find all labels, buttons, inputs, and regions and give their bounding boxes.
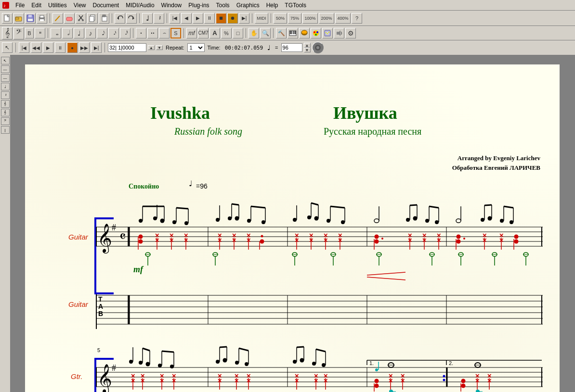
- new-button[interactable]: [2, 13, 13, 24]
- frame-button[interactable]: □: [233, 28, 243, 38]
- paste-button[interactable]: [99, 13, 109, 24]
- zoom-custom-button[interactable]: ?: [352, 13, 362, 24]
- treble-clef-button[interactable]: 𝄞: [2, 27, 13, 39]
- sidebar-tool-6[interactable]: 𝄞: [1, 100, 10, 108]
- transport-rewind-button[interactable]: ◀◀: [31, 42, 41, 53]
- sidebar-tool-8[interactable]: 𝄢: [1, 117, 10, 125]
- menu-view[interactable]: View: [71, 1, 89, 10]
- svg-point-269: [129, 360, 133, 364]
- open-button[interactable]: [13, 13, 24, 24]
- play-end-button[interactable]: ▶|: [239, 13, 249, 24]
- note-input-button[interactable]: ♩: [142, 13, 153, 24]
- double-dot-button[interactable]: ··: [147, 28, 158, 38]
- menu-tools[interactable]: Tools: [213, 1, 233, 10]
- text-button[interactable]: A: [209, 28, 220, 38]
- sidebar-tool-7[interactable]: 𝄞: [1, 109, 10, 116]
- separator-13: [105, 43, 105, 52]
- menu-file[interactable]: File: [13, 1, 27, 10]
- midi-button[interactable]: MIDI: [255, 13, 268, 24]
- zoom-200-button[interactable]: 200%: [319, 13, 334, 24]
- piano-button[interactable]: [288, 28, 298, 38]
- save-button[interactable]: [25, 13, 36, 24]
- settings-button[interactable]: ⚙: [345, 28, 356, 38]
- cut-button[interactable]: [76, 13, 86, 24]
- tie-button[interactable]: ⌢: [159, 28, 170, 38]
- transport-play-button[interactable]: ▶: [43, 42, 53, 53]
- dot-button[interactable]: ·: [136, 28, 146, 38]
- transport-record-button[interactable]: ●: [67, 42, 78, 53]
- svg-line-224: [367, 272, 405, 275]
- menu-document[interactable]: Document: [90, 1, 122, 10]
- play-back-button[interactable]: ◀: [181, 13, 192, 24]
- slur-button[interactable]: S: [170, 28, 181, 38]
- menu-tgtools[interactable]: TGTools: [282, 1, 309, 10]
- drum-button[interactable]: [299, 28, 310, 38]
- percussion-clef-button[interactable]: 𝄥: [35, 28, 45, 38]
- transport-end-button[interactable]: ▶|: [91, 42, 102, 53]
- pause-button[interactable]: ⏸: [204, 13, 215, 24]
- tempo-input[interactable]: [281, 43, 302, 52]
- menu-utilities[interactable]: Utilities: [45, 1, 70, 10]
- sidebar-tool-9[interactable]: |: [1, 126, 10, 134]
- menu-edit[interactable]: Edit: [28, 1, 44, 10]
- eighth-note-button[interactable]: ♪: [85, 28, 96, 38]
- palette-button[interactable]: [311, 28, 321, 38]
- menu-midi-audio[interactable]: MIDI/Audio: [123, 1, 157, 10]
- hand-button[interactable]: ✋: [248, 28, 259, 38]
- undo-button[interactable]: [115, 13, 125, 24]
- sixteenth-note-button[interactable]: 𝅘𝅥𝅮: [97, 28, 107, 38]
- bass-clef-button[interactable]: 𝄢: [13, 27, 24, 39]
- sidebar-rest-tool[interactable]: 𝄽: [1, 91, 10, 99]
- svg-point-194: [514, 240, 519, 244]
- magnify-button[interactable]: 🔍: [260, 28, 271, 38]
- alto-clef-button[interactable]: B: [25, 28, 34, 38]
- quarter-note-button[interactable]: ♩: [74, 28, 84, 38]
- sidebar-select-tool[interactable]: ↖: [1, 57, 10, 64]
- thirtysecond-note-button[interactable]: 𝅘𝅥𝅯: [108, 28, 119, 38]
- zoom-50-button[interactable]: 50%: [274, 13, 287, 24]
- menu-window[interactable]: Window: [158, 1, 185, 10]
- menu-graphics[interactable]: Graphics: [234, 1, 262, 10]
- svg-point-86: [237, 218, 239, 219]
- menu-help[interactable]: Help: [263, 1, 281, 10]
- position-down-button[interactable]: ▼: [156, 45, 163, 50]
- eraser-button[interactable]: [64, 13, 75, 24]
- zoom-75-button[interactable]: 75%: [288, 13, 301, 24]
- play-button[interactable]: ▶: [193, 13, 203, 24]
- repeat-select[interactable]: 123: [187, 43, 205, 52]
- hammer-button[interactable]: 🔨: [276, 28, 287, 38]
- half-note-button[interactable]: 𝅗𝅥: [62, 28, 73, 38]
- position-input[interactable]: [108, 43, 146, 52]
- mixer-button[interactable]: [322, 28, 333, 38]
- sixtyfourth-note-button[interactable]: 𝅘𝅥𝅰: [120, 28, 131, 38]
- sidebar-erase-tool[interactable]: —: [1, 65, 10, 73]
- zoom-400-button[interactable]: 400%: [335, 13, 351, 24]
- stop-button[interactable]: ⏹: [216, 13, 226, 24]
- transport-start-button[interactable]: |◀: [19, 42, 29, 53]
- percent-button[interactable]: %: [221, 28, 232, 38]
- record-button[interactable]: ⏺: [227, 13, 238, 24]
- redo-button[interactable]: [126, 13, 137, 24]
- svg-point-170: [375, 235, 379, 239]
- pointer-button[interactable]: ↖: [2, 42, 13, 53]
- pencil-button[interactable]: [52, 13, 63, 24]
- zoom-100-button[interactable]: 100%: [302, 13, 318, 24]
- transport-forward-button[interactable]: ▶▶: [79, 42, 90, 53]
- transport-pause-button[interactable]: ⏸: [55, 42, 65, 53]
- rest-input-button[interactable]: 𝄽: [154, 13, 164, 24]
- speaker-button[interactable]: [334, 28, 344, 38]
- dynamic-button[interactable]: mf: [186, 28, 197, 38]
- whole-note-button[interactable]: 𝅝: [51, 28, 61, 38]
- tempo-down-button[interactable]: ▼: [304, 48, 311, 52]
- svg-text:♪: ♪: [3, 3, 6, 8]
- metronome-button[interactable]: [312, 42, 324, 53]
- position-up-button[interactable]: ▲: [148, 45, 155, 50]
- menu-plugins[interactable]: Plug-ins: [185, 1, 212, 10]
- play-begin-button[interactable]: |◀: [170, 13, 180, 24]
- chord-button[interactable]: CM7: [198, 28, 209, 38]
- sidebar-tool-3[interactable]: —: [1, 74, 10, 82]
- sidebar-note-tool[interactable]: ♩: [1, 83, 10, 90]
- print-button[interactable]: [37, 13, 47, 24]
- tempo-up-button[interactable]: ▲: [304, 43, 311, 48]
- copy-button[interactable]: [87, 13, 98, 24]
